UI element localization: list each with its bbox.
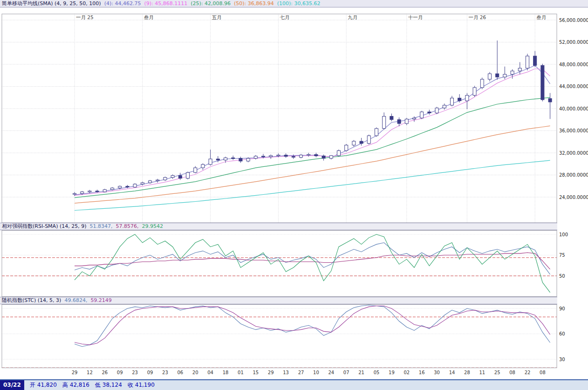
sma-value: (25): 42,008.96 [191, 0, 231, 7]
price-chart[interactable]: 56,000.000052,000.000048,000.000044,000.… [0, 8, 588, 223]
rsi-header-title: 相对强弱指数(RSI-SMA) (14, 25, 9) [2, 223, 86, 229]
month-label: 九月 [348, 14, 357, 20]
price-axis-label: 44,000.0000 [559, 84, 588, 89]
time-axis-label: 12 [84, 370, 95, 375]
time-axis-label: 29 [69, 370, 80, 375]
time-axis-label: 06 [175, 370, 185, 375]
stc-plot-border [2, 305, 557, 368]
time-axis: 2912260923092306200418011529132710240721… [0, 368, 588, 378]
time-axis-label: 24 [326, 370, 336, 375]
open-label: 开 [30, 382, 35, 388]
time-axis-label: 08 [537, 370, 547, 375]
rsi-axis-label: 50 [559, 274, 565, 279]
time-axis-label: 08 [507, 370, 518, 375]
close-value: 41,190 [135, 382, 155, 388]
time-axis-label: 09 [115, 370, 125, 375]
month-label: 叁月 [536, 14, 546, 20]
time-axis-label: 28 [462, 370, 472, 375]
rsi-values: 51.8347,57.8576,29.9542 [86, 223, 163, 229]
price-gridlines [2, 14, 557, 223]
sma-values: (4): 44,462.75(9): 45,868.1111(25): 42,0… [101, 0, 321, 7]
rsi-9-line [75, 234, 550, 293]
rsi-chart[interactable]: 1007550 [0, 230, 588, 297]
sma-50-line [75, 126, 550, 203]
high-value: 42,816 [70, 382, 89, 388]
price-axis-label: 48,000.0000 [559, 62, 588, 67]
time-axis-label: 01 [235, 370, 246, 375]
stc-axis-label: 30 [559, 357, 565, 362]
rsi-axis-label: 100 [559, 232, 568, 237]
price-axis-label: 28,000.0000 [559, 172, 588, 178]
time-axis-label: 27 [296, 370, 306, 375]
sma-header-bar: 简单移动平均线(SMA) (4, 9, 25, 50, 100)(4): 44,… [0, 0, 588, 7]
time-axis-label: 05 [371, 370, 382, 375]
time-axis-label: 21 [356, 370, 367, 375]
status-bar: 03/22开41,820高42,816低38,124收41,190 [0, 379, 588, 390]
time-axis-label: 09 [145, 370, 155, 375]
stc-axis-label: 60 [559, 331, 565, 336]
time-axis-label: 11 [477, 370, 487, 375]
price-axis-label: 24,000.0000 [559, 195, 588, 200]
open-value: 41,820 [37, 382, 57, 388]
time-axis-label: 29 [266, 370, 276, 375]
sma-100-line [75, 160, 550, 210]
indicator-value: 51.8347, [89, 223, 112, 229]
time-axis-label: 16 [417, 370, 427, 375]
time-axis-label: 20 [190, 370, 200, 375]
price-axis-label: 36,000.0000 [559, 128, 588, 133]
time-axis-label: 22 [522, 370, 533, 375]
rsi-14-line [75, 243, 550, 274]
indicator-value: 29.9542 [142, 223, 163, 229]
month-label: 叁月 [144, 14, 154, 20]
rsi-plot-border [2, 231, 557, 297]
time-axis-label: 18 [220, 370, 231, 375]
time-axis-label: 26 [100, 370, 110, 375]
stc-values: 49.6824,59.2149 [61, 297, 111, 303]
stc-axis-label: 90 [559, 306, 565, 311]
price-plot-border [2, 14, 557, 223]
time-axis-label: 14 [447, 370, 457, 375]
month-label: 五月 [212, 14, 222, 20]
sma-4-line [75, 65, 550, 195]
sma-header-title: 简单移动平均线(SMA) (4, 9, 25, 50, 100) [2, 0, 101, 7]
time-axis-label: 02 [402, 370, 412, 375]
sma-25-line [75, 97, 550, 198]
candlestick-series [73, 41, 552, 196]
time-axis-label: 15 [251, 370, 261, 375]
indicator-value: 59.2149 [90, 297, 112, 303]
time-axis-label: 19 [386, 370, 397, 375]
high-label: 高 [62, 382, 68, 388]
month-label: 一月 25 [76, 14, 94, 20]
status-date: 03/22 [0, 380, 24, 390]
indicator-value: 49.6824, [64, 297, 87, 303]
time-axis-label: 10 [311, 370, 321, 375]
month-label: 七月 [280, 14, 289, 20]
rsi-axis-label: 75 [559, 253, 565, 258]
time-axis-label: 07 [341, 370, 351, 375]
time-axis-label: 23 [160, 370, 170, 375]
stc-chart[interactable]: 906030 [0, 304, 588, 368]
stc-header-bar: 随机指数(STC) (14, 5, 3)49.6824,59.2149 [0, 297, 557, 304]
time-axis-label: 25 [492, 370, 502, 375]
sma-value: (4): 44,462.75 [104, 0, 141, 7]
low-label: 低 [95, 382, 101, 388]
month-label: 十一月 [408, 14, 423, 20]
sma-9-line [75, 69, 550, 196]
stc-header-title: 随机指数(STC) (14, 5, 3) [2, 297, 61, 303]
sma-value: (9): 45,868.1111 [144, 0, 187, 7]
time-axis-label: 13 [281, 370, 291, 375]
sma-value: (50): 36,863.94 [234, 0, 274, 7]
low-value: 38,124 [103, 382, 122, 388]
price-axis-label: 52,000.0000 [559, 40, 588, 45]
price-axis-label: 32,000.0000 [559, 151, 588, 156]
sma-value: (100): 30,635.62 [277, 0, 321, 7]
time-axis-label: 04 [205, 370, 216, 375]
close-label: 收 [128, 382, 133, 388]
price-axis-label: 40,000.0000 [559, 106, 588, 111]
rsi-header-bar: 相对强弱指数(RSI-SMA) (14, 25, 9)51.8347,57.85… [0, 223, 557, 230]
time-axis-label: 30 [432, 370, 442, 375]
time-axis-label: 23 [130, 370, 140, 375]
month-label: 一月 26 [468, 14, 486, 20]
indicator-value: 57.8576, [116, 223, 138, 229]
price-axis-label: 56,000.0000 [559, 18, 588, 23]
